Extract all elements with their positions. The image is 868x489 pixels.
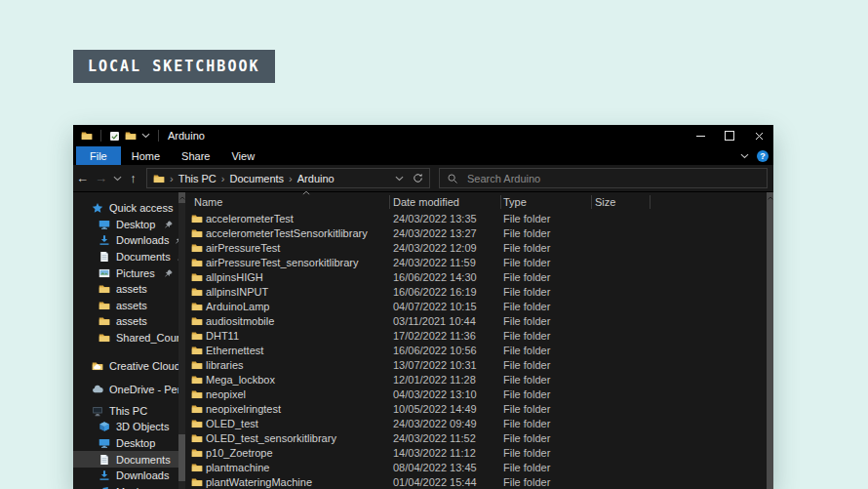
- file-row[interactable]: neopixelringtest10/05/2022 14:49File fol…: [185, 402, 767, 417]
- sidebar-item-desktop[interactable]: Desktop: [73, 217, 178, 233]
- file-type: File folder: [503, 373, 550, 387]
- scroll-up-icon[interactable]: [178, 192, 185, 203]
- sidebar-item-label: assets: [116, 283, 147, 295]
- column-divider[interactable]: [389, 195, 390, 209]
- sidebar-item-music[interactable]: Music: [73, 484, 178, 489]
- new-folder-icon[interactable]: [125, 130, 137, 142]
- breadcrumb-segment-this-pc[interactable]: This PC: [178, 173, 217, 184]
- list-scrollbar[interactable]: [767, 192, 773, 489]
- sidebar-item-assets[interactable]: assets: [73, 281, 178, 298]
- file-row[interactable]: plantWateringMachine01/04/2022 15:44File…: [185, 475, 767, 489]
- up-button[interactable]: ↑: [124, 165, 142, 191]
- close-button[interactable]: [744, 125, 773, 146]
- help-icon[interactable]: ?: [757, 150, 769, 162]
- column-divider[interactable]: [591, 195, 592, 209]
- breadcrumb-segment-arduino[interactable]: Arduino: [297, 173, 335, 184]
- sidebar-item-this-pc[interactable]: This PC: [73, 403, 178, 420]
- expand-ribbon-chevron-icon[interactable]: [740, 153, 749, 159]
- document-icon: [99, 454, 110, 466]
- forward-button[interactable]: →: [92, 165, 110, 191]
- column-header-type[interactable]: Type: [503, 192, 527, 212]
- sidebar-item-quick-access[interactable]: Quick access: [73, 200, 178, 217]
- file-row[interactable]: OLED_test_sensorkitlibrary24/03/2022 11:…: [185, 431, 767, 446]
- file-row[interactable]: OLED_test24/03/2022 09:49File folder: [185, 417, 767, 431]
- sidebar-item-assets[interactable]: assets: [73, 298, 178, 314]
- recent-locations-dropdown-icon[interactable]: [110, 176, 124, 182]
- file-date-modified: 14/03/2022 11:12: [393, 446, 476, 461]
- file-date-modified: 04/07/2022 10:15: [393, 300, 477, 314]
- refresh-icon[interactable]: [413, 173, 423, 183]
- column-header-size[interactable]: Size: [595, 192, 615, 212]
- folder-icon: [191, 403, 203, 415]
- folder-icon: [99, 300, 110, 311]
- folder-icon: [191, 462, 203, 473]
- minimize-button[interactable]: [686, 125, 715, 146]
- sidebar-item-label: Creative Cloud Files: [109, 360, 178, 372]
- breadcrumb-segment-documents[interactable]: Documents: [229, 173, 284, 184]
- file-row[interactable]: airPressureTest24/03/2022 12:09File fold…: [185, 241, 767, 256]
- file-row[interactable]: accelerometerTest24/03/2022 13:35File fo…: [185, 212, 767, 226]
- file-row[interactable]: plantmachine08/04/2022 13:45File folder: [185, 461, 767, 475]
- sidebar-item-assets[interactable]: assets: [73, 313, 178, 330]
- sidebar-item-downloads[interactable]: Downloads: [73, 232, 178, 249]
- folder-icon: [191, 330, 203, 342]
- titlebar-separator: [158, 130, 159, 142]
- column-divider[interactable]: [650, 195, 651, 209]
- properties-icon[interactable]: [109, 131, 120, 142]
- sidebar-item-onedrive-personal[interactable]: OneDrive - Personal: [73, 382, 178, 398]
- file-row[interactable]: allpinsINPUT16/06/2022 16:19File folder: [185, 285, 767, 300]
- box3d-icon: [99, 421, 110, 432]
- sidebar-item-3d-objects[interactable]: 3D Objects: [73, 419, 178, 435]
- file-row[interactable]: neopixel04/03/2022 13:10File folder: [185, 387, 767, 402]
- explorer-window-icon: [81, 130, 93, 142]
- sidebar-item-label: assets: [116, 300, 147, 311]
- sidebar-item-pictures[interactable]: Pictures: [73, 265, 178, 281]
- file-type: File folder: [503, 241, 550, 256]
- sidebar-section: OneDrive - Personal: [73, 382, 178, 398]
- file-row[interactable]: airPressureTest_sensorkitlibrary24/03/20…: [185, 256, 767, 270]
- folder-icon: [99, 283, 110, 295]
- sidebar-item-desktop[interactable]: Desktop: [73, 435, 178, 452]
- file-row[interactable]: DHT1117/02/2022 11:36File folder: [185, 329, 767, 344]
- column-header-date-modified[interactable]: Date modified: [393, 192, 459, 212]
- navigation-pane: Quick accessDesktopDownloadsDocumentsPic…: [73, 192, 178, 489]
- sidebar-item-creative-cloud-files[interactable]: Creative Cloud Files: [73, 357, 178, 374]
- file-row[interactable]: Ethernettest16/06/2022 10:56File folder: [185, 344, 767, 358]
- tab-home[interactable]: Home: [121, 146, 171, 165]
- tab-file[interactable]: File: [76, 146, 121, 165]
- tab-share[interactable]: Share: [171, 146, 220, 165]
- file-row[interactable]: ArduinoLamp04/07/2022 10:15File folder: [185, 300, 767, 314]
- cloud-icon: [92, 384, 103, 395]
- folder-icon: [191, 374, 203, 386]
- file-row[interactable]: libraries13/07/2022 10:31File folder: [185, 358, 767, 373]
- sidebar-item-label: Documents: [116, 454, 171, 466]
- column-header-name[interactable]: Name: [194, 192, 222, 212]
- file-row[interactable]: Mega_lockbox12/01/2022 11:28File folder: [185, 373, 767, 387]
- folder-icon: [191, 286, 203, 298]
- back-button[interactable]: ←: [73, 165, 92, 191]
- folder-icon: [191, 242, 203, 254]
- file-row[interactable]: p10_Zoetrope14/03/2022 11:12File folder: [185, 446, 767, 461]
- sidebar-item-documents[interactable]: Documents: [73, 249, 178, 265]
- sidebar-scrollbar-thumb[interactable]: [178, 434, 185, 481]
- file-type: File folder: [503, 226, 550, 241]
- qat-dropdown-icon[interactable]: [141, 133, 150, 139]
- sidebar-item-shared-counter[interactable]: Shared_Counter: [73, 330, 178, 346]
- search-input[interactable]: [465, 172, 760, 185]
- file-row[interactable]: allpinsHIGH16/06/2022 14:30File folder: [185, 270, 767, 285]
- sidebar-scrollbar[interactable]: [178, 192, 185, 489]
- file-row[interactable]: accelerometerTestSensorkitlibrary24/03/2…: [185, 226, 767, 241]
- folder-icon: [99, 315, 110, 327]
- maximize-button[interactable]: [715, 125, 744, 146]
- file-row[interactable]: audiositmobile03/11/2021 10:44File folde…: [185, 314, 767, 329]
- column-divider[interactable]: [500, 195, 501, 209]
- address-bar[interactable]: ›This PC›Documents›Arduino: [146, 168, 430, 188]
- search-box[interactable]: [439, 168, 768, 188]
- tab-view[interactable]: View: [220, 146, 265, 165]
- titlebar[interactable]: Arduino: [73, 125, 773, 146]
- sidebar-item-documents[interactable]: Documents: [73, 451, 178, 468]
- file-date-modified: 16/06/2022 16:19: [393, 285, 477, 300]
- scroll-up-icon[interactable]: [767, 192, 773, 203]
- address-dropdown-icon[interactable]: [395, 176, 404, 182]
- sidebar-item-downloads[interactable]: Downloads: [73, 468, 178, 484]
